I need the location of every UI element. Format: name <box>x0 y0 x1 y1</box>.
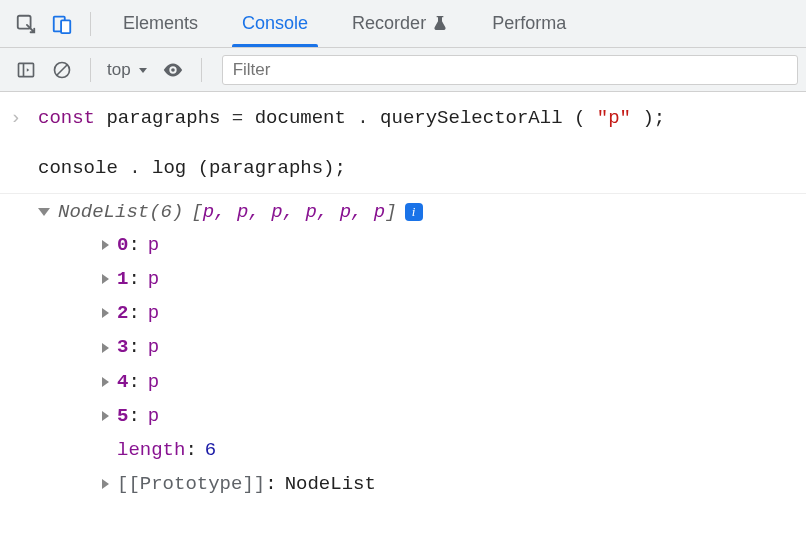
tree-item[interactable]: 0: p <box>102 228 796 262</box>
svg-marker-5 <box>27 68 30 71</box>
expand-arrow-right-icon[interactable] <box>102 411 109 421</box>
tree-item[interactable]: 1: p <box>102 262 796 296</box>
inspect-element-icon[interactable] <box>8 6 44 42</box>
svg-point-9 <box>171 68 175 72</box>
console-subtoolbar: top <box>0 48 806 92</box>
live-expression-icon[interactable] <box>155 52 191 88</box>
tree-item[interactable]: 4: p <box>102 365 796 399</box>
console-result-row[interactable]: NodeList(6) [p, p, p, p, p, p] i 0: p 1:… <box>0 193 806 506</box>
info-badge-icon[interactable]: i <box>405 203 423 221</box>
expand-arrow-down-icon[interactable] <box>38 208 50 216</box>
svg-marker-8 <box>139 68 147 73</box>
expand-arrow-right-icon[interactable] <box>102 377 109 387</box>
tree-item[interactable]: 2: p <box>102 296 796 330</box>
tab-performance[interactable]: Performa <box>470 0 588 47</box>
subtoolbar-separator-2 <box>201 58 202 82</box>
svg-rect-3 <box>19 63 34 76</box>
devtools-top-toolbar: Elements Console Recorder Performa <box>0 0 806 48</box>
svg-rect-2 <box>61 20 70 33</box>
toolbar-separator <box>90 12 91 36</box>
console-code-line-2: console . log (paragraphs); <box>38 152 796 184</box>
tab-elements[interactable]: Elements <box>101 0 220 47</box>
nodelist-tree: 0: p 1: p 2: p 3: p <box>38 228 796 502</box>
console-input-row[interactable]: › const paragraphs = document . querySel… <box>0 98 806 138</box>
tree-item-prototype[interactable]: [[Prototype]]: NodeList <box>102 467 796 501</box>
subtoolbar-separator-1 <box>90 58 91 82</box>
input-prompt-icon: › <box>10 102 38 134</box>
console-filter-input[interactable] <box>222 55 798 85</box>
nodelist-summary[interactable]: NodeList(6) [p, p, p, p, p, p] i <box>38 196 796 228</box>
devtools-tabs: Elements Console Recorder Performa <box>101 0 588 47</box>
flask-icon <box>432 15 448 33</box>
tree-item[interactable]: 3: p <box>102 330 796 364</box>
expand-arrow-right-icon[interactable] <box>102 308 109 318</box>
expand-arrow-right-icon[interactable] <box>102 479 109 489</box>
expand-arrow-right-icon[interactable] <box>102 240 109 250</box>
console-input-row-2: console . log (paragraphs); <box>0 138 806 188</box>
device-toolbar-icon[interactable] <box>44 6 80 42</box>
tab-recorder[interactable]: Recorder <box>330 0 470 47</box>
chevron-down-icon <box>137 64 149 76</box>
expand-arrow-right-icon[interactable] <box>102 274 109 284</box>
tree-item[interactable]: 5: p <box>102 399 796 433</box>
svg-line-7 <box>57 65 67 75</box>
clear-console-icon[interactable] <box>44 52 80 88</box>
tree-item-length: length: 6 <box>102 433 796 467</box>
tab-console[interactable]: Console <box>220 0 330 47</box>
expand-arrow-right-icon[interactable] <box>102 343 109 353</box>
console-code-line-1: const paragraphs = document . querySelec… <box>38 102 796 134</box>
execution-context-select[interactable]: top <box>101 60 155 80</box>
console-output: › const paragraphs = document . querySel… <box>0 92 806 505</box>
console-sidebar-toggle-icon[interactable] <box>8 52 44 88</box>
